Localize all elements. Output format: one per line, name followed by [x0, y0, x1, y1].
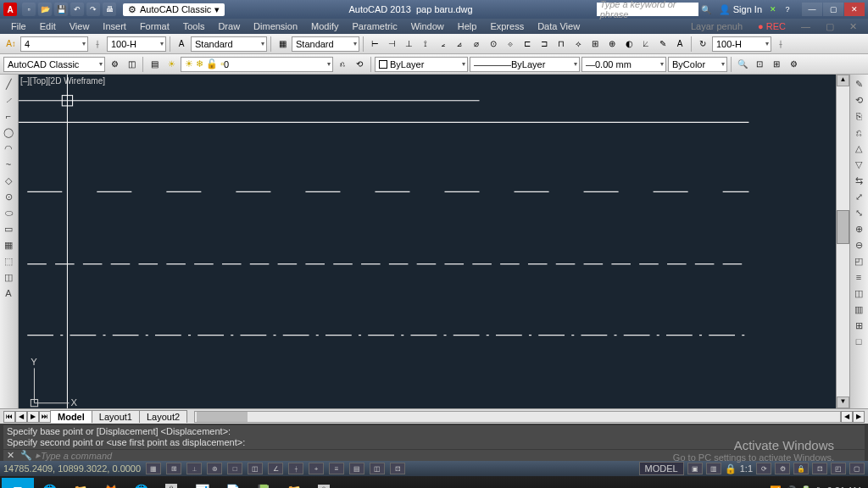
stretch-icon[interactable]: ⤡	[850, 205, 867, 220]
array-icon[interactable]: △	[850, 141, 867, 156]
text-style-dropdown[interactable]: Standard	[191, 36, 267, 52]
dim-ordinate-icon[interactable]: ⟟	[418, 36, 433, 52]
menu-insert[interactable]: Insert	[97, 20, 132, 32]
construction-line-icon[interactable]: ⟋	[0, 92, 17, 108]
save-icon[interactable]: 💾	[54, 3, 68, 16]
ortho-toggle[interactable]: ⟂	[186, 463, 202, 474]
ellipse-arc-icon[interactable]: ⬭	[0, 205, 17, 220]
trim-icon[interactable]: ⊕	[850, 221, 867, 236]
help-search-input[interactable]: Type a keyword or phrase	[597, 3, 698, 16]
dim-continue-icon[interactable]: ⊐	[537, 36, 552, 52]
menu-file[interactable]: File	[5, 20, 32, 32]
vertical-scrollbar[interactable]: ▲ ▼	[836, 75, 849, 408]
maximize-button[interactable]: ▢	[823, 3, 843, 16]
hatch-icon[interactable]: ▦	[0, 237, 17, 252]
dim-update-icon[interactable]: ↻	[695, 36, 710, 52]
dim-override-icon[interactable]: ⟊	[773, 36, 788, 52]
table-style-icon[interactable]: ▦	[275, 36, 290, 52]
dim-quick-icon[interactable]: ⟐	[503, 36, 518, 52]
hsb-left-icon[interactable]: ◀	[841, 411, 853, 423]
lineweight-dropdown[interactable]: — 0.00 mm	[581, 57, 666, 72]
tab-layout2[interactable]: Layout2	[139, 410, 187, 423]
cmd-options-icon[interactable]: 🔧	[20, 450, 32, 461]
taskbar-app-icon[interactable]: 🅰	[309, 478, 339, 488]
app-logo-icon[interactable]: A	[3, 3, 17, 16]
minimize-button[interactable]: —	[802, 3, 822, 16]
cmd-close-icon[interactable]: ✕	[7, 450, 17, 461]
dim-angular-icon[interactable]: ⊙	[486, 36, 501, 52]
menu-draw[interactable]: Draw	[212, 20, 246, 32]
menu-dataview[interactable]: Data View	[531, 20, 586, 32]
layer-props-icon[interactable]: ▤	[147, 57, 162, 72]
menu-modify[interactable]: Modify	[305, 20, 344, 32]
annotation-icon[interactable]: A↕	[3, 36, 19, 52]
group-icon[interactable]: ⊞	[769, 57, 784, 72]
rectangle-icon[interactable]: ▭	[0, 221, 17, 236]
menu-view[interactable]: View	[64, 20, 96, 32]
find-icon[interactable]: 🔍	[735, 57, 750, 72]
osnap-toggle[interactable]: □	[227, 463, 242, 474]
ellipse-icon[interactable]: ⊙	[0, 189, 17, 204]
explode-icon[interactable]: ⊞	[850, 318, 867, 333]
taskbar-excel-icon[interactable]: 📗	[248, 478, 278, 488]
quick-view-icon[interactable]: ▣	[687, 463, 703, 474]
dim-jogged-icon[interactable]: ⦞	[452, 36, 467, 52]
polygon-icon[interactable]: ◇	[0, 173, 17, 188]
tray-volume-icon[interactable]: 🔊	[785, 485, 797, 489]
doc-restore-icon[interactable]: ▢	[820, 20, 840, 33]
move-icon[interactable]: ▽	[850, 157, 867, 172]
tab-layout1[interactable]: Layout1	[92, 410, 140, 423]
drawing-canvas[interactable]: [–][Top][2D Wireframe] X Y	[19, 75, 836, 408]
dim-space-icon[interactable]: ⊓	[554, 36, 569, 52]
chamfer-icon[interactable]: ◫	[850, 286, 867, 301]
dim-baseline-icon[interactable]: ⊏	[520, 36, 535, 52]
taskbar-firefox-icon[interactable]: 🦊	[95, 478, 125, 488]
ws-settings-icon[interactable]: ⚙	[107, 57, 122, 72]
ws-switch-icon[interactable]: ⚙	[775, 463, 790, 474]
print-icon[interactable]: 🖶	[103, 3, 116, 16]
close-button[interactable]: ✕	[844, 3, 865, 16]
clean-screen-icon[interactable]: ▢	[849, 463, 865, 474]
qselect-icon[interactable]: ⊡	[752, 57, 767, 72]
ducs-toggle[interactable]: ⟊	[288, 463, 303, 474]
dim-edit-icon[interactable]: ✎	[655, 36, 670, 52]
workspace-selector[interactable]: ⚙ AutoCAD Classic ▾	[123, 3, 225, 16]
layer-dropdown[interactable]: ☀ ❄ 🔓 ▫ 0	[181, 57, 333, 72]
region-icon[interactable]: ◫	[0, 269, 17, 285]
tab-next-icon[interactable]: ▶	[27, 411, 39, 423]
undo-icon[interactable]: ↶	[70, 3, 84, 16]
menu-tools[interactable]: Tools	[177, 20, 211, 32]
taskbar-autocad-icon[interactable]: 🅰	[156, 478, 186, 488]
dim-style2-dropdown[interactable]: 100-H	[712, 36, 771, 52]
qp-toggle[interactable]: ◫	[370, 463, 385, 474]
linetype-dropdown[interactable]: ———— ByLayer	[470, 57, 580, 72]
copy-tool-icon[interactable]: ⟲	[850, 92, 867, 108]
search-icon[interactable]: 🔍	[698, 2, 714, 17]
dim-radius-icon[interactable]: ⦟	[435, 36, 450, 52]
dim-linear-icon[interactable]: ⊢	[367, 36, 382, 52]
taskbar-chrome-icon[interactable]: 🌐	[125, 478, 156, 488]
block-icon[interactable]: ⬚	[0, 253, 17, 269]
circle-icon[interactable]: ◯	[0, 125, 17, 140]
menu-help[interactable]: Help	[452, 20, 483, 32]
doc-close-icon[interactable]: ✕	[843, 20, 863, 33]
o3d-toggle[interactable]: ◫	[248, 463, 263, 474]
menu-window[interactable]: Window	[405, 20, 450, 32]
rec-icon[interactable]: ● REC	[752, 20, 792, 32]
horizontal-scrollbar[interactable]	[194, 411, 841, 423]
dim-diameter-icon[interactable]: ⌀	[469, 36, 484, 52]
tray-flag-icon[interactable]: ⚐	[815, 485, 824, 489]
break-icon[interactable]: ◰	[850, 253, 867, 269]
erase-icon[interactable]: ✎	[850, 76, 867, 92]
isolate-icon[interactable]: ◰	[831, 463, 846, 474]
start-button[interactable]: ⊞	[2, 478, 34, 488]
snap-toggle[interactable]: ▦	[146, 463, 161, 474]
anno-scale-dropdown[interactable]: 4	[20, 36, 88, 52]
mtext-icon[interactable]: A	[0, 286, 17, 301]
dim-aligned-icon[interactable]: ⊣	[384, 36, 399, 52]
dim-arc-icon[interactable]: ⊥	[401, 36, 416, 52]
anno-scale-value[interactable]: 1:1	[740, 463, 753, 474]
tray-network-icon[interactable]: 📶	[770, 485, 782, 489]
table-style-dropdown[interactable]: Standard	[292, 36, 359, 52]
tab-model[interactable]: Model	[50, 410, 92, 423]
